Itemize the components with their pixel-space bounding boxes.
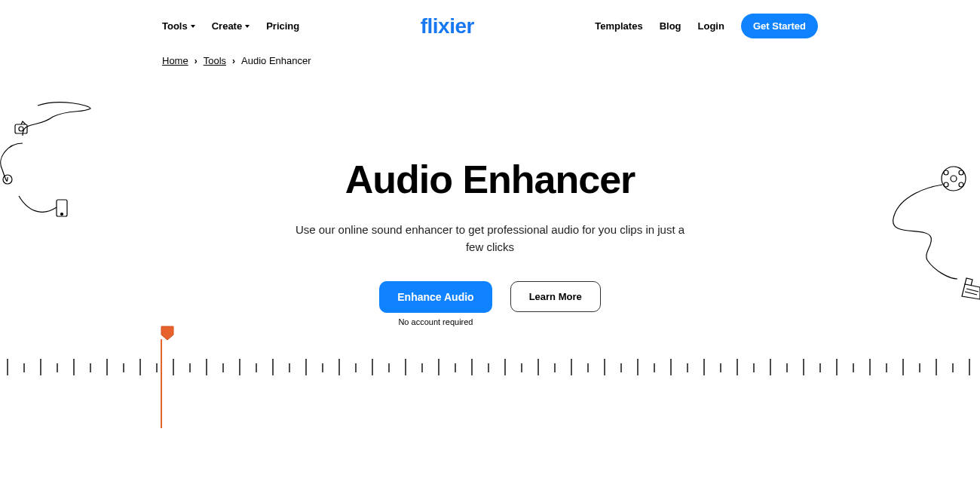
nav-tools-label: Tools <box>162 20 188 32</box>
svg-point-1 <box>19 127 23 131</box>
timeline-ticks-icon <box>0 354 980 384</box>
svg-rect-0 <box>15 124 27 133</box>
svg-point-10 <box>959 182 963 187</box>
nav-pricing[interactable]: Pricing <box>266 20 299 32</box>
nav-pricing-label: Pricing <box>266 20 299 32</box>
nav-blog[interactable]: Blog <box>660 20 681 32</box>
top-nav: Tools Create Pricing flixier Templates B… <box>0 0 980 38</box>
breadcrumb-current: Audio Enhancer <box>241 55 311 66</box>
learn-more-button[interactable]: Learn More <box>510 281 601 312</box>
chevron-down-icon <box>245 25 250 28</box>
decoration-right-icon <box>852 162 980 313</box>
hero-buttons: Enhance Audio No account required Learn … <box>0 281 980 326</box>
timeline-ruler[interactable] <box>0 354 980 384</box>
chevron-right-icon: › <box>194 56 198 66</box>
nav-login[interactable]: Login <box>698 20 724 32</box>
svg-point-6 <box>951 176 957 182</box>
enhance-audio-button[interactable]: Enhance Audio <box>379 281 492 313</box>
nav-create[interactable]: Create <box>212 20 250 32</box>
decoration-left-icon <box>0 98 113 234</box>
page-title: Audio Enhancer <box>0 157 980 202</box>
get-started-button[interactable]: Get Started <box>741 14 818 38</box>
logo[interactable]: flixier <box>421 14 474 38</box>
nav-login-label: Login <box>698 20 724 32</box>
nav-left-group: Tools Create Pricing <box>162 20 299 32</box>
chevron-right-icon: › <box>232 56 235 66</box>
breadcrumb-home[interactable]: Home <box>162 55 188 66</box>
nav-blog-label: Blog <box>660 20 681 32</box>
no-account-note: No account required <box>398 317 473 326</box>
playhead-marker-icon[interactable] <box>161 326 174 341</box>
breadcrumb-tools[interactable]: Tools <box>204 55 226 66</box>
nav-templates[interactable]: Templates <box>595 20 642 32</box>
nav-tools[interactable]: Tools <box>162 20 195 32</box>
svg-point-9 <box>944 182 948 187</box>
nav-templates-label: Templates <box>595 20 642 32</box>
hero-section: Audio Enhancer Use our online sound enha… <box>0 66 980 326</box>
chevron-down-icon <box>191 25 195 28</box>
nav-create-label: Create <box>212 20 242 32</box>
breadcrumb: Home › Tools › Audio Enhancer <box>0 38 980 66</box>
svg-point-8 <box>959 170 963 175</box>
page-subtitle: Use our online sound enhancer to get pro… <box>286 222 694 256</box>
svg-point-7 <box>944 170 948 175</box>
svg-point-4 <box>61 213 63 216</box>
enhance-button-group: Enhance Audio No account required <box>379 281 492 326</box>
nav-right-group: Templates Blog Login Get Started <box>595 14 818 38</box>
